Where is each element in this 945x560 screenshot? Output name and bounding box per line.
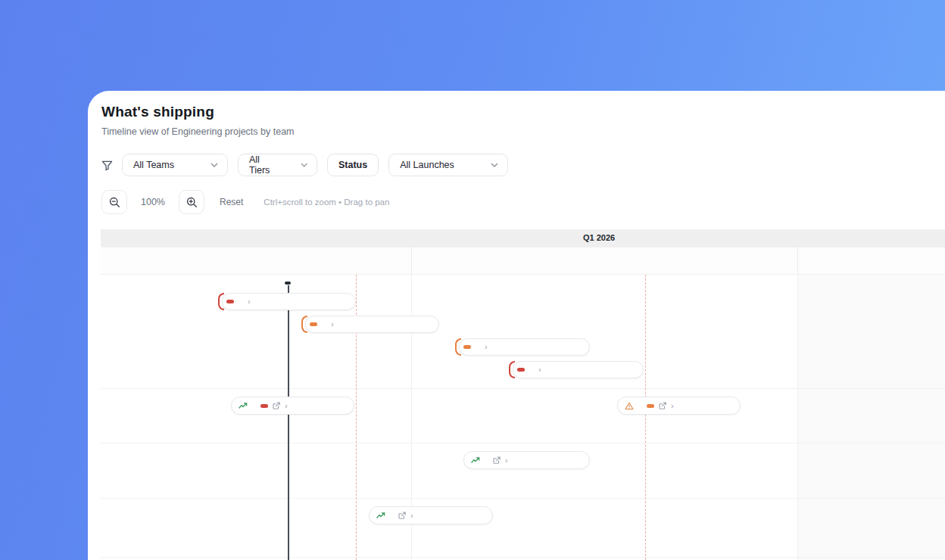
row-separator xyxy=(101,498,945,499)
month-header xyxy=(101,247,945,275)
trend-up-icon xyxy=(376,512,385,519)
page-title: What's shipping xyxy=(101,104,214,120)
project-pill[interactable]: › xyxy=(222,293,356,310)
launch-pill[interactable]: › xyxy=(463,451,590,469)
zoom-level: 100% xyxy=(127,197,179,207)
external-link-icon[interactable] xyxy=(493,456,501,464)
chevron-down-icon xyxy=(211,163,218,167)
teams-dropdown[interactable]: All Teams xyxy=(122,154,228,176)
zoom-hint: Ctrl+scroll to zoom • Drag to pan xyxy=(264,198,389,207)
external-link-icon[interactable] xyxy=(273,402,280,409)
quarter-label: Q1 2026 xyxy=(583,233,615,242)
reset-zoom-button[interactable]: Reset xyxy=(220,197,243,207)
row-separator xyxy=(101,388,945,389)
zoom-in-icon xyxy=(186,197,198,208)
trend-up-icon xyxy=(471,456,480,464)
chevron-down-icon xyxy=(491,163,498,167)
tier-badge xyxy=(647,404,654,408)
today-badge xyxy=(285,282,291,285)
launch-pill[interactable]: › xyxy=(617,397,741,415)
project-pill[interactable]: › xyxy=(305,316,439,333)
warning-icon xyxy=(625,402,634,410)
launch-pill[interactable]: › xyxy=(369,506,493,524)
chevron-right-icon: › xyxy=(538,366,541,374)
quarter-header: Q1 2026 xyxy=(101,229,945,247)
milestone-date-line xyxy=(645,275,646,560)
tier-badge xyxy=(310,322,317,326)
row-separator xyxy=(101,557,945,558)
zoom-controls: 100% Reset Ctrl+scroll to zoom • Drag to… xyxy=(101,190,389,214)
month-divider xyxy=(797,247,798,274)
today-line xyxy=(288,285,289,560)
chevron-right-icon: › xyxy=(671,402,674,410)
zoom-out-button[interactable] xyxy=(101,190,127,214)
zoom-out-icon xyxy=(109,197,120,208)
zoom-in-button[interactable] xyxy=(179,190,204,214)
chevron-down-icon xyxy=(301,163,307,167)
status-filter-label: Status xyxy=(338,160,367,170)
launches-dropdown[interactable]: All Launches xyxy=(388,154,508,176)
timeline-grid[interactable]: › › › › › xyxy=(101,275,945,560)
chevron-right-icon: › xyxy=(505,456,508,465)
chevron-right-icon: › xyxy=(485,343,488,351)
launches-dropdown-value: All Launches xyxy=(400,160,454,170)
launch-pill[interactable]: › xyxy=(231,397,354,415)
filter-funnel-icon xyxy=(101,160,113,171)
teams-dropdown-value: All Teams xyxy=(133,160,174,170)
project-pill[interactable]: › xyxy=(459,338,590,356)
month-gridline xyxy=(797,275,798,560)
external-link-icon[interactable] xyxy=(398,512,406,519)
tier-badge xyxy=(260,404,268,408)
status-filter-button[interactable]: Status xyxy=(327,154,379,176)
trend-up-icon xyxy=(239,402,248,409)
tier-badge xyxy=(463,345,471,349)
tiers-dropdown[interactable]: All Tiers xyxy=(238,154,317,176)
chevron-right-icon: › xyxy=(410,512,413,520)
chevron-right-icon: › xyxy=(248,297,251,306)
next-month-shade xyxy=(797,275,945,560)
row-separator xyxy=(101,443,945,443)
page-subtitle: Timeline view of Engineering projects by… xyxy=(101,126,295,137)
month-divider xyxy=(411,247,412,274)
tier-badge xyxy=(517,368,525,372)
tiers-dropdown-value: All Tiers xyxy=(249,154,281,176)
chevron-right-icon: › xyxy=(285,402,288,410)
tier-badge xyxy=(226,300,234,303)
external-link-icon[interactable] xyxy=(659,402,666,409)
filter-row: All Teams All Tiers Status All Launches xyxy=(101,154,518,176)
project-pill[interactable]: › xyxy=(513,361,644,378)
chevron-right-icon: › xyxy=(331,320,334,328)
